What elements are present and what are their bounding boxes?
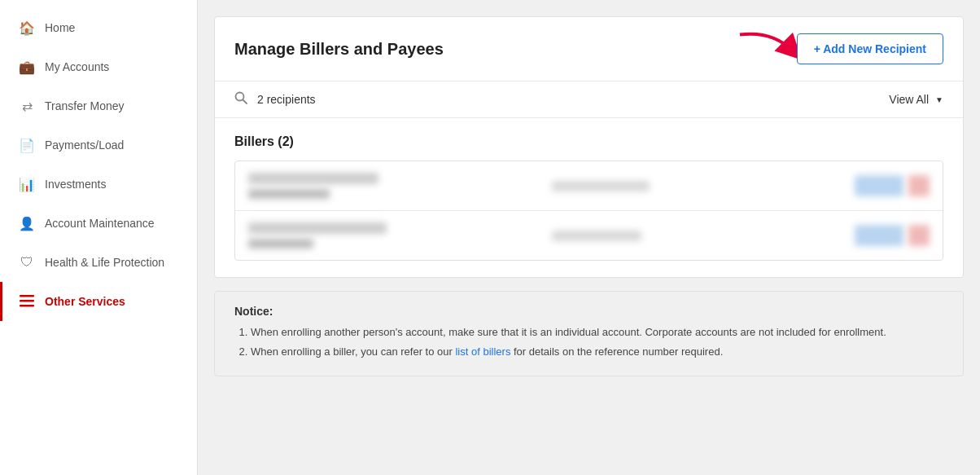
manage-billers-card: Manage Billers and Payees + Add New Reci… [214, 16, 964, 278]
biller-detail-2 [248, 239, 313, 248]
biller-action-btn-1b[interactable] [908, 175, 930, 196]
billers-section: Billers (2) [215, 118, 963, 277]
chart-icon: 📊 [19, 176, 35, 192]
biller-name-2 [248, 222, 387, 234]
svg-line-5 [243, 100, 247, 104]
payments-icon: 📄 [19, 137, 35, 153]
billers-title: Billers (2) [234, 134, 943, 149]
main-content: Manage Billers and Payees + Add New Reci… [198, 0, 980, 475]
shield-icon: 🛡 [19, 254, 35, 270]
sidebar-item-investments[interactable]: 📊 Investments [0, 165, 197, 204]
notice-section: Notice: When enrolling another person's … [214, 291, 964, 376]
card-header: Manage Billers and Payees + Add New Reci… [215, 17, 963, 81]
list-of-billers-link[interactable]: list of billers [455, 345, 510, 358]
biller-mid-2 [552, 231, 842, 241]
svg-rect-0 [20, 295, 34, 297]
search-icon [234, 91, 247, 108]
sidebar-item-label: Home [45, 21, 75, 34]
sidebar-item-home[interactable]: 🏠 Home [0, 8, 197, 47]
sidebar-item-label: Investments [45, 178, 106, 191]
notice-item-1: When enrolling another person's account,… [251, 324, 943, 341]
svg-rect-1 [20, 300, 34, 302]
briefcase-icon: 💼 [19, 59, 35, 75]
biller-action-btn-2a[interactable] [855, 225, 903, 246]
view-all-button[interactable]: View All [889, 93, 943, 106]
billers-table [234, 161, 943, 261]
add-new-recipient-button[interactable]: + Add New Recipient [797, 33, 943, 64]
notice-title: Notice: [234, 305, 943, 318]
user-icon: 👤 [19, 215, 35, 231]
home-icon: 🏠 [19, 20, 35, 36]
sidebar-item-account-maintenance[interactable]: 👤 Account Maintenance [0, 204, 197, 243]
add-recipient-container: + Add New Recipient [797, 33, 943, 64]
biller-actions-2 [855, 225, 930, 246]
biller-action-btn-2b[interactable] [908, 225, 930, 246]
notice-list: When enrolling another person's account,… [234, 324, 943, 359]
search-bar: 2 recipients View All [215, 81, 963, 118]
sidebar-item-label: Transfer Money [45, 99, 125, 112]
biller-mid-1 [552, 181, 842, 191]
biller-account-2 [552, 231, 641, 241]
recipients-count: 2 recipients [257, 93, 316, 106]
page-title: Manage Billers and Payees [234, 40, 444, 59]
notice-item-2: When enrolling a biller, you can refer t… [251, 344, 943, 360]
sidebar-item-payments-load[interactable]: 📄 Payments/Load [0, 125, 197, 165]
sidebar-item-label: Health & Life Protection [45, 256, 164, 269]
menu-icon [19, 293, 35, 310]
sidebar-item-label: Account Maintenance [45, 217, 155, 230]
sidebar-item-health-life[interactable]: 🛡 Health & Life Protection [0, 243, 197, 282]
notice-text-1: When enrolling another person's account,… [251, 326, 886, 338]
biller-action-btn-1a[interactable] [855, 175, 903, 196]
arrow-annotation [732, 27, 805, 72]
sidebar-item-transfer-money[interactable]: ⇄ Transfer Money [0, 86, 197, 125]
biller-account-1 [552, 181, 650, 191]
table-row [235, 161, 943, 211]
biller-info-2 [248, 222, 539, 248]
sidebar-item-label: Other Services [45, 295, 125, 308]
biller-name-1 [248, 173, 378, 184]
sidebar-item-label: Payments/Load [45, 139, 124, 152]
sidebar-item-other-services[interactable]: Other Services [0, 282, 197, 321]
biller-actions-1 [855, 175, 930, 196]
transfer-icon: ⇄ [19, 98, 35, 114]
sidebar-item-label: My Accounts [45, 60, 109, 73]
sidebar-item-my-accounts[interactable]: 💼 My Accounts [0, 47, 197, 86]
table-row [235, 211, 943, 260]
biller-info-1 [248, 173, 539, 199]
svg-rect-2 [20, 305, 34, 307]
biller-detail-1 [248, 189, 330, 199]
sidebar: 🏠 Home 💼 My Accounts ⇄ Transfer Money 📄 … [0, 0, 198, 475]
